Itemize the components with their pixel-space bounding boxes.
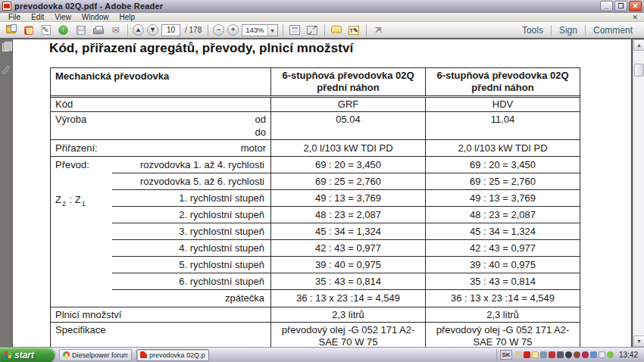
text-note-button[interactable]: T✎: [347, 23, 361, 36]
menu-help[interactable]: Help: [114, 13, 140, 22]
toolbar-separator: [208, 24, 208, 36]
toolbar: ↑ ✉ ▲ ▼ / 178 − + 143% ▼ T✎ ⇲ Tools Sign…: [0, 22, 644, 39]
scroll-down-icon[interactable]: ▼: [633, 335, 644, 347]
tools-panel-link[interactable]: Tools: [514, 25, 551, 36]
row-sublabel: 2. rychlostní stupeň: [112, 207, 270, 223]
cell-value: 49 : 13 = 3,769: [425, 190, 580, 206]
row-sublabel: 3. rychlostní stupeň: [112, 223, 270, 239]
cell-value: převodový olej -G 052 171 A2- SAE 70 W 7…: [425, 323, 580, 347]
tray-icon-notes[interactable]: [532, 351, 539, 358]
comment-panel-link[interactable]: Comment: [586, 25, 640, 36]
tray-icon-adobe[interactable]: [524, 351, 530, 358]
open-file-button[interactable]: [4, 23, 18, 36]
table-row: 4. rychlostní stupeň 42 : 43 = 0,977 42 …: [112, 240, 580, 257]
taskbar-item-browser[interactable]: Dieselpower forum :: ...: [59, 349, 132, 361]
cell-value: 69 : 20 = 3,450: [270, 157, 425, 173]
email-button[interactable]: ✉: [108, 23, 123, 36]
row-label: Přiřazení:: [55, 140, 98, 156]
close-button[interactable]: ✕: [629, 1, 642, 11]
comment-bubble-button[interactable]: [330, 23, 344, 36]
cell-value: 2,0 l/103 kW TDI PD: [425, 140, 580, 156]
tray-icon-scheduler[interactable]: [565, 351, 572, 358]
table-row: Plnicí množství 2,3 litrů 2,3 litrů: [51, 307, 580, 323]
start-button[interactable]: start: [0, 348, 55, 362]
menu-view[interactable]: View: [49, 13, 77, 22]
tray-icon-volume[interactable]: [557, 351, 564, 358]
adobe-cloud-icon: [24, 26, 33, 35]
diagonal-arrows-icon: ⇲: [375, 26, 381, 34]
row-label: Kód: [51, 98, 270, 111]
tray-icon-update[interactable]: [607, 351, 614, 358]
cell-value: 69 : 20 = 3,450: [425, 157, 580, 173]
header-cell: 6-stupňová převodovka 02Q přední náhon: [270, 68, 425, 95]
tray-icon-battery[interactable]: [599, 351, 605, 358]
cell-value: 45 : 34 = 1,324: [425, 223, 580, 239]
menu-file[interactable]: File: [3, 13, 26, 22]
share-upload-button[interactable]: ↑: [56, 23, 70, 36]
save-button[interactable]: [73, 23, 88, 36]
adobe-online-button[interactable]: [21, 23, 36, 36]
open-folder-icon: [6, 27, 16, 33]
attachments-paperclip-icon[interactable]: [2, 65, 10, 75]
page-total-label: / 178: [185, 26, 202, 34]
previous-page-button[interactable]: ▲: [133, 24, 144, 36]
sign-panel-link[interactable]: Sign: [552, 25, 585, 36]
table-row: 2. rychlostní stupeň 48 : 23 = 2,087 48 …: [112, 207, 580, 223]
minimize-button[interactable]: _: [600, 1, 613, 11]
cell-value: 35 : 43 = 0,814: [425, 273, 580, 289]
menu-window[interactable]: Window: [77, 13, 114, 22]
tray-icon-network[interactable]: [590, 351, 597, 358]
system-tray: 13:42: [515, 351, 644, 359]
pdf-page: Kód, přiřazení agregátů, převody, plnicí…: [14, 39, 633, 347]
tray-icon-firewall[interactable]: [574, 351, 580, 358]
cell-value: 49 : 13 = 3,769: [270, 190, 425, 206]
row-sublabel: 1. rychlostní stupeň: [112, 190, 270, 206]
page-number-input[interactable]: [161, 24, 180, 36]
tray-icon-antivirus[interactable]: [549, 351, 555, 358]
chevron-down-icon[interactable]: ▼: [267, 25, 277, 36]
table-row: Výroba od do 05.04 11.04: [51, 112, 580, 140]
tray-icon-messenger[interactable]: [582, 351, 589, 358]
cell-value: 2,3 litrů: [425, 307, 580, 322]
scroll-up-icon[interactable]: ▲: [633, 39, 644, 51]
table-row: rozvodovka 5. až 6. rychlosti 69 : 25 = …: [112, 173, 580, 190]
toolbar-separator: [283, 24, 283, 36]
scrolling-mode-button[interactable]: [288, 23, 302, 36]
zoom-out-button[interactable]: −: [213, 24, 224, 36]
row-sublabel: zpátečka: [112, 290, 270, 307]
envelope-icon: ✉: [111, 26, 119, 35]
cell-value: 2,0 l/103 kW TDI PD: [270, 140, 425, 156]
zoom-in-button[interactable]: +: [227, 24, 239, 36]
page-title: Kód, přiřazení agregátů, převody, plnicí…: [49, 41, 353, 56]
restore-button[interactable]: ❐: [614, 1, 627, 11]
zoom-level-select[interactable]: 143% ▼: [242, 24, 277, 36]
scrollbar-thumb[interactable]: [634, 64, 644, 76]
gearbox-table: Mechanická převodovka 6-stupňová převodo…: [50, 67, 580, 347]
vertical-scrollbar[interactable]: ▲ ▼: [633, 39, 644, 347]
row-label: Specifikace: [51, 323, 270, 347]
menu-bar: File Edit View Window Help ✕: [0, 13, 644, 22]
row-sublabel: rozvodovka 5. až 6. rychlosti: [112, 173, 270, 189]
sign-document-button[interactable]: [39, 23, 53, 36]
row-label: Plnicí množství: [51, 307, 270, 322]
table-row: 6. rychlostní stupeň 35 : 43 = 0,814 35 …: [112, 273, 580, 290]
taskbar-item-pdf[interactable]: prevodovka 02Q.pdf ...: [136, 349, 209, 361]
print-button[interactable]: [91, 23, 105, 36]
taskbar: start Dieselpower forum :: ... prevodovk…: [0, 347, 644, 362]
pdf-app-icon: [2, 2, 11, 11]
language-indicator[interactable]: SK: [500, 350, 512, 360]
tray-separator: [496, 349, 497, 361]
cell-value: 05.04: [270, 112, 425, 139]
page-thumbnails-icon[interactable]: [2, 43, 9, 51]
table-row: Specifikace převodový olej -G 052 171 A2…: [51, 323, 580, 347]
tray-icon-journal[interactable]: [515, 351, 522, 358]
cell-value: 42 : 43 = 0,977: [270, 240, 425, 256]
row-sublabel: 4. rychlostní stupeň: [112, 240, 270, 256]
resize-view-button[interactable]: ⇲: [371, 23, 386, 36]
menubar-close-icon[interactable]: ✕: [632, 14, 641, 21]
header-cell: 6-stupňová převodovka 02Q přední náhon: [425, 68, 580, 95]
tray-icon-display[interactable]: [540, 351, 547, 358]
menu-edit[interactable]: Edit: [26, 13, 49, 22]
reading-mode-button[interactable]: [305, 23, 320, 36]
next-page-button[interactable]: ▼: [147, 24, 158, 36]
